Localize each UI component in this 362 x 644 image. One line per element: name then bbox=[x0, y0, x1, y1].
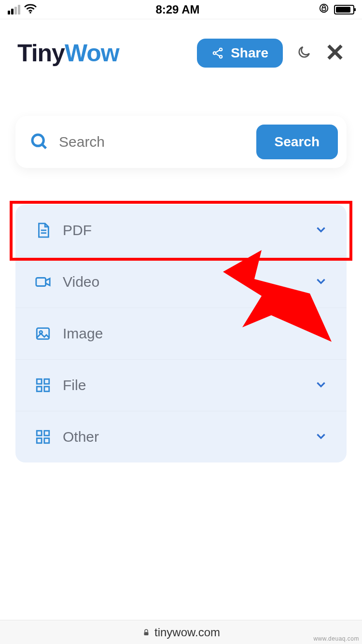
search-input[interactable] bbox=[59, 134, 247, 150]
status-right bbox=[319, 3, 354, 16]
chevron-down-icon bbox=[315, 430, 327, 444]
battery-icon bbox=[334, 5, 354, 14]
grid-icon bbox=[35, 377, 51, 393]
category-row-image[interactable]: Image bbox=[15, 308, 347, 360]
wifi-icon bbox=[24, 3, 37, 16]
browser-address-bar[interactable]: tinywow.com bbox=[0, 620, 362, 644]
chevron-down-icon bbox=[315, 326, 327, 341]
lock-icon bbox=[142, 628, 151, 637]
logo[interactable]: TinyWow bbox=[17, 39, 119, 67]
svg-rect-27 bbox=[144, 632, 148, 635]
svg-line-7 bbox=[216, 54, 220, 56]
svg-rect-24 bbox=[44, 431, 49, 435]
video-icon bbox=[35, 274, 51, 290]
browser-domain: tinywow.com bbox=[154, 626, 220, 639]
svg-line-11 bbox=[42, 144, 46, 148]
search-button[interactable]: Search bbox=[256, 125, 338, 159]
svg-rect-25 bbox=[37, 438, 42, 443]
status-bar: 8:29 AM bbox=[0, 0, 362, 19]
status-left bbox=[8, 3, 37, 16]
category-label: Video bbox=[63, 274, 99, 290]
category-row-file[interactable]: File bbox=[15, 360, 347, 411]
category-label: Image bbox=[63, 325, 103, 342]
svg-rect-21 bbox=[37, 387, 42, 392]
app-header: TinyWow Share bbox=[0, 19, 362, 77]
category-label: File bbox=[63, 377, 86, 393]
search-bar: Search bbox=[15, 116, 347, 168]
svg-rect-22 bbox=[44, 387, 49, 392]
logo-part2: Wow bbox=[65, 40, 119, 67]
share-button[interactable]: Share bbox=[197, 39, 283, 68]
dark-mode-button[interactable] bbox=[296, 44, 312, 62]
chevron-down-icon bbox=[315, 223, 327, 238]
svg-rect-26 bbox=[44, 438, 49, 443]
image-icon bbox=[35, 325, 51, 342]
svg-line-6 bbox=[216, 50, 220, 53]
svg-rect-20 bbox=[44, 379, 49, 384]
svg-marker-16 bbox=[46, 279, 50, 285]
search-icon bbox=[30, 132, 49, 152]
svg-point-0 bbox=[29, 12, 31, 13]
cellular-signal-icon bbox=[8, 5, 20, 14]
svg-rect-19 bbox=[37, 379, 42, 384]
file-icon bbox=[35, 222, 51, 238]
category-label: PDF bbox=[63, 222, 92, 238]
category-row-other[interactable]: Other bbox=[15, 411, 347, 462]
close-button[interactable] bbox=[325, 42, 345, 64]
chevron-down-icon bbox=[315, 378, 327, 392]
svg-rect-23 bbox=[37, 431, 42, 435]
grid-icon bbox=[35, 429, 51, 445]
svg-rect-2 bbox=[322, 8, 325, 10]
watermark: www.deuaq.com bbox=[313, 635, 359, 642]
svg-rect-17 bbox=[37, 328, 49, 339]
rotation-lock-icon bbox=[319, 3, 329, 16]
share-icon bbox=[211, 47, 224, 59]
status-time: 8:29 AM bbox=[155, 3, 199, 16]
chevron-down-icon bbox=[315, 275, 327, 289]
share-label: Share bbox=[231, 45, 268, 61]
header-actions: Share bbox=[197, 39, 345, 68]
svg-rect-15 bbox=[36, 278, 46, 286]
category-label: Other bbox=[63, 429, 99, 445]
svg-point-10 bbox=[32, 135, 43, 146]
category-row-pdf[interactable]: PDF bbox=[15, 205, 347, 256]
logo-part1: Tiny bbox=[17, 40, 65, 67]
category-row-video[interactable]: Video bbox=[15, 256, 347, 308]
category-list: PDF Video Image File Other bbox=[15, 205, 347, 462]
